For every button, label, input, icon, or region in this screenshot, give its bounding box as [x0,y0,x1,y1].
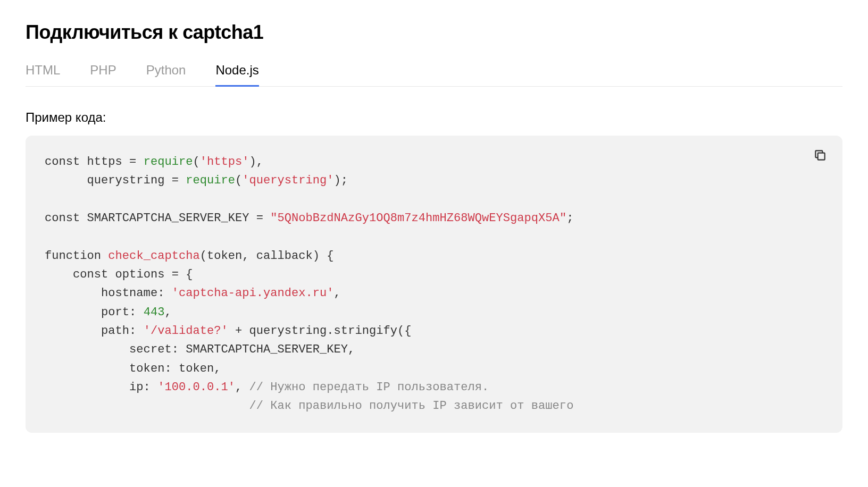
code-token: https = [80,155,143,169]
code-token [45,399,249,413]
code-token: require [186,174,235,187]
code-token: port: [45,306,144,319]
code-token: token: token, [45,362,221,375]
code-token: ( [235,174,242,187]
code-token: 'https' [200,155,249,169]
code-token: require [144,155,193,169]
tab-html[interactable]: HTML [26,63,60,86]
code-block: const https = require('https'), querystr… [26,136,842,433]
code-content: const https = require('https'), querystr… [45,153,823,416]
code-token: ( [193,155,199,169]
example-label: Пример кода: [26,110,842,125]
copy-button[interactable] [811,146,830,165]
code-token: check_captcha [108,249,199,263]
code-token: const [45,212,80,225]
code-token: 'querystring' [242,174,333,187]
page-title: Подключиться к captcha1 [26,21,842,44]
copy-icon [813,148,827,164]
tab-php[interactable]: PHP [90,63,116,86]
code-token: ; [566,212,573,225]
code-token: path: [45,324,144,338]
code-token: hostname: [45,287,172,300]
code-token: "5QNobBzdNAzGy1OQ8m7z4hmHZ68WQwEYSgapqX5… [270,212,566,225]
code-token: + querystring.stringify({ [228,324,412,338]
code-token: options = { [108,268,193,281]
code-token [101,249,108,263]
tab-nodejs[interactable]: Node.js [215,63,258,86]
code-token: (token, callback) { [200,249,334,263]
code-token: querystring = [45,174,186,187]
code-token: 443 [144,306,165,319]
code-token: function [45,249,101,263]
code-token: // Нужно передать IP пользователя. [249,381,489,394]
code-token: , [164,306,171,319]
code-token: 'captcha-api.yandex.ru' [172,287,334,300]
code-token: ); [334,174,348,187]
code-token: secret: SMARTCAPTCHA_SERVER_KEY, [45,343,355,356]
tabs-container: HTML PHP Python Node.js [26,63,842,87]
code-token: const [45,155,80,169]
svg-rect-0 [818,153,825,159]
code-token: , [235,381,249,394]
code-token [45,268,73,281]
code-token: ), [249,155,264,169]
code-token: const [73,268,108,281]
code-token: '100.0.0.1' [157,381,235,394]
code-token: SMARTCAPTCHA_SERVER_KEY = [80,212,270,225]
code-token: , [334,287,341,300]
tab-python[interactable]: Python [146,63,186,86]
code-token: // Как правильно получить IP зависит от … [249,399,574,413]
code-token: ip: [45,381,157,394]
code-token: '/validate?' [144,324,228,338]
